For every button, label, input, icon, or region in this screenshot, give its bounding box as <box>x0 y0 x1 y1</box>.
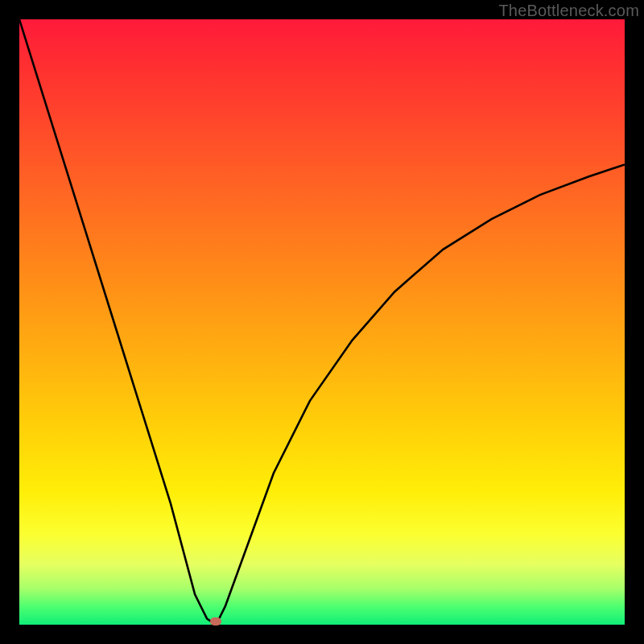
plot-area <box>19 19 625 625</box>
chart-frame: TheBottleneck.com <box>0 0 644 644</box>
curve-path <box>19 19 625 625</box>
bottleneck-curve <box>19 19 625 625</box>
watermark-text: TheBottleneck.com <box>498 2 639 20</box>
optimum-marker <box>210 617 221 625</box>
